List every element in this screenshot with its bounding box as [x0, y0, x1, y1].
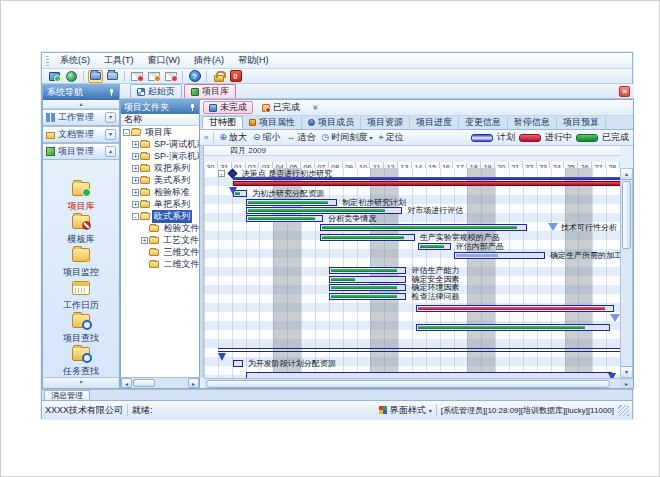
tab-1[interactable]: 项目属性 [243, 116, 302, 129]
tree-pin-icon[interactable] [189, 104, 196, 111]
expander-icon[interactable]: + [132, 141, 139, 148]
toolbar-button-3[interactable] [105, 70, 120, 83]
sidebar-item-3[interactable]: 工作日历 [44, 281, 118, 310]
expander-icon[interactable]: + [141, 237, 148, 244]
filter-unfinished[interactable]: 未完成 [203, 101, 253, 114]
sidebar-item-0[interactable]: 项目库 [44, 182, 118, 211]
toolbar-button-8[interactable] [211, 70, 226, 83]
task-bar[interactable] [416, 324, 610, 331]
tab-3[interactable]: 项目资源 [361, 116, 410, 129]
task-bar[interactable] [246, 215, 324, 222]
tab-0[interactable]: 甘特图 [202, 116, 243, 129]
task-bar[interactable] [246, 199, 338, 206]
menu-item-3[interactable]: 插件(A) [187, 53, 231, 68]
doc-tab-1[interactable]: 项目库 [184, 84, 236, 98]
toolbar-button-1[interactable] [64, 70, 79, 83]
tree-item-5[interactable]: +检验标准 [121, 186, 199, 198]
tab-5[interactable]: 变更信息 [459, 116, 508, 129]
task-bar[interactable] [329, 284, 407, 291]
tree-item-2[interactable]: +SP-演示机系 [121, 150, 199, 162]
tree-item-0[interactable]: -项目库 [121, 126, 199, 138]
expander-icon[interactable]: - [132, 213, 139, 220]
gantt-vscrollbar[interactable]: ▴ ▾ [620, 168, 633, 378]
gantt-toolbar-2[interactable]: ↔适合 [287, 131, 316, 144]
tree-hscroll-thumb[interactable] [133, 379, 155, 387]
expander-icon[interactable]: + [132, 165, 139, 172]
task-bar[interactable] [418, 243, 451, 250]
toolbar-button-2[interactable] [88, 70, 103, 83]
tree-item-3[interactable]: +双把系列 [121, 162, 199, 174]
tree-item-6[interactable]: +单把系列 [121, 198, 199, 210]
gantt-toolbar-1[interactable]: ⊖缩小 [253, 131, 281, 144]
tab-2[interactable]: 项目成员 [302, 116, 361, 129]
task-bar[interactable] [320, 234, 414, 241]
task-bar[interactable] [320, 224, 527, 231]
tree-item-11[interactable]: 二维文件 [121, 258, 199, 270]
sidebar-group-0[interactable]: 工作管理▾ [43, 109, 119, 126]
close-icon[interactable]: × [619, 86, 630, 97]
task-bar[interactable] [329, 293, 407, 300]
expander-icon[interactable]: + [132, 153, 139, 160]
filter-more-icon[interactable]: ¥ [313, 103, 317, 112]
gantt-toolbar-3[interactable]: ◷时间刻度▾ [322, 131, 373, 144]
tab-4[interactable]: 项目进度 [410, 116, 459, 129]
tree-item-8[interactable]: 检验文件 [121, 222, 199, 234]
task-bar[interactable] [233, 360, 243, 367]
task-bar[interactable] [454, 252, 546, 259]
task-bar[interactable] [329, 267, 407, 274]
menu-item-2[interactable]: 窗口(W) [141, 53, 188, 68]
sidebar-item-2[interactable]: 项目监控 [44, 248, 118, 277]
sidebar-item-5[interactable]: 任务查找 [44, 347, 118, 376]
expander-icon[interactable]: + [132, 201, 139, 208]
toolbar-button-9[interactable]: 0 [228, 70, 243, 83]
task-bar[interactable] [416, 305, 614, 312]
toolbar-button-6[interactable] [163, 70, 178, 83]
vscroll-thumb[interactable] [622, 181, 631, 249]
tree-item-9[interactable]: +工艺文件 [121, 234, 199, 246]
menu-item-4[interactable]: 帮助(H) [231, 53, 276, 68]
toolbar-button-0[interactable] [47, 70, 62, 83]
gantt-toolbar-0[interactable]: ⊕放大 [219, 131, 247, 144]
scroll-left-icon[interactable]: ◂ [121, 378, 132, 388]
tree-item-10[interactable]: 三维文件 [121, 246, 199, 258]
scroll-up-icon[interactable]: ▴ [621, 169, 632, 180]
task-bar[interactable] [246, 372, 612, 378]
tree-item-4[interactable]: +美式系列 [121, 174, 199, 186]
sidebar-group-1[interactable]: 文档管理▾ [43, 126, 119, 143]
chevron-up-icon[interactable]: ▴ [105, 146, 116, 157]
pin-icon[interactable] [108, 89, 115, 96]
sidebar-footer-group[interactable]: ▾ [44, 377, 118, 387]
gantt-grid[interactable]: -决策点 是否进行初步研究为初步研究分配资源制定初步研究计划对市场进行评估分析竞… [204, 168, 620, 378]
tab-6[interactable]: 暂停信息 [508, 116, 557, 129]
tree-column-header[interactable]: 名称 [121, 114, 199, 126]
menu-item-1[interactable]: 工具(T) [97, 53, 141, 68]
scroll-down-icon[interactable]: ▾ [621, 366, 632, 377]
expand-box-icon[interactable]: - [218, 170, 225, 177]
chevron-down-icon[interactable]: ▾ [105, 112, 116, 123]
doc-tab-0[interactable]: 起始页 [130, 84, 182, 98]
toolbar-button-5[interactable] [146, 70, 161, 83]
expander-icon[interactable]: - [123, 129, 130, 136]
sidebar-group-2[interactable]: 项目管理▴ [43, 143, 119, 160]
tree-item-1[interactable]: +SP-调试机系 [121, 138, 199, 150]
filter-finished[interactable]: 已完成 [256, 101, 306, 114]
expander-icon[interactable]: + [132, 177, 139, 184]
hscroll-thumb[interactable] [206, 380, 610, 388]
gantt-toolbar-4[interactable]: ⌖定位 [378, 131, 403, 144]
resize-grip[interactable] [618, 405, 629, 416]
toolbar-button-4[interactable] [129, 70, 144, 83]
tree-hscrollbar[interactable]: ◂ ▸ [121, 377, 199, 388]
tree-item-7[interactable]: -欧式系列 [121, 210, 199, 222]
chevron-down-icon[interactable]: ▾ [105, 129, 116, 140]
sidebar-collapse-button[interactable]: ▴ [43, 100, 119, 109]
sidebar-item-4[interactable]: 项目查找 [44, 314, 118, 343]
scroll-corner[interactable]: ▸ [620, 378, 633, 389]
gantt-hscrollbar[interactable] [204, 378, 620, 389]
task-bar[interactable] [329, 276, 407, 283]
menu-item-0[interactable]: 系统(S) [53, 53, 97, 68]
toolbar-overflow-icon[interactable]: » [204, 133, 208, 142]
sidebar-item-1[interactable]: 模板库 [44, 215, 118, 244]
tab-7[interactable]: 项目预算 [557, 116, 606, 129]
toolbar-button-7[interactable]: ? [187, 70, 202, 83]
scroll-right-icon[interactable]: ▸ [188, 378, 199, 388]
